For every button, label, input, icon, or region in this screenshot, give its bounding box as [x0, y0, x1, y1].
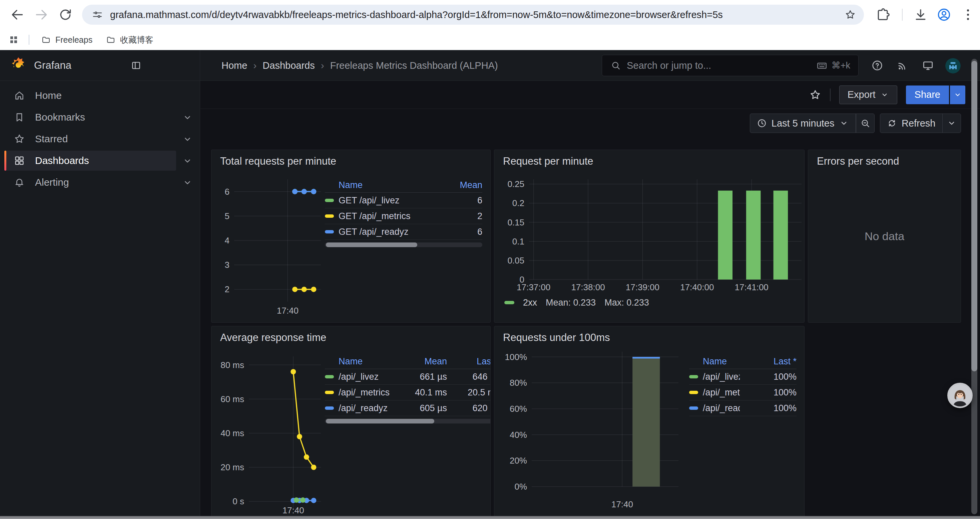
legend-column-name[interactable]: Name	[689, 356, 740, 367]
refresh-group: Refresh	[880, 113, 961, 133]
chevron-down-icon[interactable]	[182, 112, 193, 123]
panel-title[interactable]: Requests under 100ms	[503, 332, 610, 344]
panel-title[interactable]: Average response time	[220, 332, 326, 344]
chevron-down-icon[interactable]	[182, 177, 193, 188]
bookmark-folder[interactable]: Freeleaps	[36, 32, 98, 48]
bookmark-folder[interactable]: 收藏博客	[101, 32, 159, 48]
bookmark-star-icon[interactable]	[845, 9, 856, 21]
series-mean: Mean: 0.233	[546, 297, 596, 308]
help-icon[interactable]	[871, 59, 883, 72]
site-settings-icon[interactable]	[92, 10, 103, 20]
browser-forward-icon[interactable]	[34, 7, 49, 22]
assistant-avatar[interactable]	[947, 383, 973, 408]
page-scrollbar[interactable]	[971, 59, 977, 514]
dashboard-toolbar: Export Share	[200, 81, 980, 109]
svg-text:20 ms: 20 ms	[221, 462, 244, 472]
address-bar[interactable]: grafana.mathmast.com/d/deytv4rwavabkb/fr…	[82, 5, 864, 25]
bar-chart[interactable]: 0%20%40%60%80%100%17:40	[494, 350, 681, 519]
grafana-app: Grafana Home › Dashboards › Freeleaps Me…	[0, 50, 980, 519]
legend-table: NameLast */api/_livez100%/api/_metrics10…	[689, 355, 797, 416]
series-name[interactable]: GET /api/_metrics	[325, 211, 432, 222]
time-range-picker[interactable]: Last 5 minutes	[750, 114, 856, 133]
export-button[interactable]: Export	[839, 86, 897, 104]
chevron-down-icon[interactable]	[182, 134, 193, 145]
panel-title[interactable]: Request per minute	[503, 155, 593, 167]
sidebar-item-alerting[interactable]: Alerting	[4, 172, 176, 192]
window-bottom-edge	[0, 516, 980, 519]
scrollbar-thumb[interactable]	[971, 61, 977, 371]
series-color-dash	[325, 406, 334, 410]
legend-column-mean[interactable]: Mean	[432, 180, 482, 190]
kiosk-monitor-icon[interactable]	[922, 59, 934, 72]
series-name[interactable]: /api/_readyz	[325, 403, 397, 414]
refresh-interval-dropdown[interactable]	[943, 114, 961, 133]
sidebar-item-starred[interactable]: Starred	[4, 129, 176, 149]
favorite-star-icon[interactable]	[809, 89, 821, 101]
share-dropdown-button[interactable]	[950, 86, 965, 104]
breadcrumb-home[interactable]: Home	[221, 60, 247, 71]
brand-section: Grafana	[0, 50, 200, 81]
legend-column-last[interactable]: Last *	[740, 356, 797, 367]
series-name[interactable]: GET /api/_livez	[325, 195, 432, 206]
legend-column-name[interactable]: Name	[325, 180, 432, 190]
series-name[interactable]: /api/_livez	[325, 372, 397, 382]
scrollbar-thumb[interactable]	[326, 243, 417, 247]
bookmark-icon	[14, 112, 25, 123]
legend-scrollbar[interactable]	[325, 243, 482, 247]
sidebar-item-dashboards[interactable]: Dashboards	[4, 151, 176, 171]
grafana-logo-icon[interactable]	[10, 56, 27, 74]
series-name[interactable]: /api/_readyz	[689, 403, 740, 414]
svg-text:2: 2	[225, 284, 229, 294]
browser-profile-icon[interactable]	[937, 7, 951, 22]
series-name[interactable]: /api/_metrics	[325, 387, 397, 398]
line-chart[interactable]: 6543217:40	[212, 177, 325, 320]
sidebar-item-bookmarks[interactable]: Bookmarks	[4, 107, 176, 127]
bar-chart[interactable]: 00.050.10.150.20.2517:37:0017:38:0017:39…	[494, 177, 805, 303]
series-name[interactable]: /api/_livez	[689, 372, 740, 382]
keyboard-icon	[816, 60, 827, 71]
chevron-down-icon[interactable]	[182, 156, 193, 166]
series-color-dash	[689, 375, 698, 378]
series-label: /api/_livez	[703, 372, 740, 382]
breadcrumb-current: Freeleaps Metrics Dashboard (ALPHA)	[330, 60, 498, 71]
svg-text:0.2: 0.2	[512, 198, 524, 208]
sidebar-collapse-icon[interactable]	[131, 60, 142, 71]
series-name[interactable]: /api/_metrics	[689, 387, 740, 398]
search-input[interactable]: Search or jump to... ⌘+k	[602, 55, 859, 76]
panel-title[interactable]: Total requests per minute	[220, 155, 336, 167]
series-name[interactable]: 2xx	[523, 297, 537, 308]
zoom-out-button[interactable]	[856, 114, 874, 133]
series-value: 605 µs	[397, 403, 447, 414]
svg-text:80 ms: 80 ms	[221, 360, 244, 370]
user-avatar[interactable]	[945, 58, 961, 73]
bookmarks-divider	[29, 35, 29, 45]
legend-column-last[interactable]: Last *	[447, 356, 491, 367]
legend-column-name[interactable]: Name	[325, 356, 397, 367]
toolbar-divider	[830, 88, 830, 101]
scrollbar-thumb[interactable]	[326, 419, 434, 423]
url-text[interactable]: grafana.mathmast.com/d/deytv4rwavabkb/fr…	[110, 10, 845, 21]
svg-text:60 ms: 60 ms	[221, 394, 244, 404]
news-rss-icon[interactable]	[897, 59, 908, 72]
legend-scrollbar[interactable]	[325, 419, 491, 423]
browser-reload-icon[interactable]	[58, 7, 73, 22]
search-shortcut: ⌘+k	[816, 60, 850, 71]
share-button[interactable]: Share	[906, 86, 949, 104]
line-chart[interactable]: 80 ms60 ms40 ms20 ms0 s17:40	[212, 353, 325, 519]
sidebar-nav: HomeBookmarksStarredDashboardsAlerting	[0, 81, 200, 519]
extensions-icon[interactable]	[876, 7, 891, 22]
legend-column-mean[interactable]: Mean	[397, 356, 447, 367]
downloads-icon[interactable]	[913, 7, 928, 22]
browser-back-icon[interactable]	[10, 7, 25, 22]
series-name[interactable]: GET /api/_readyz	[325, 227, 432, 237]
svg-text:0%: 0%	[514, 482, 527, 492]
bookmark-label: Freeleaps	[56, 35, 92, 45]
breadcrumb-separator: ›	[321, 60, 324, 71]
breadcrumb-dashboards[interactable]: Dashboards	[262, 60, 315, 71]
refresh-button[interactable]: Refresh	[880, 114, 942, 133]
sidebar-item-home[interactable]: Home	[4, 86, 176, 105]
apps-grid-icon[interactable]	[9, 35, 19, 45]
series-color-dash	[325, 199, 334, 202]
browser-menu-icon[interactable]	[961, 7, 975, 22]
panel-request-per-minute: Request per minute 00.050.10.150.20.2517…	[494, 150, 805, 323]
